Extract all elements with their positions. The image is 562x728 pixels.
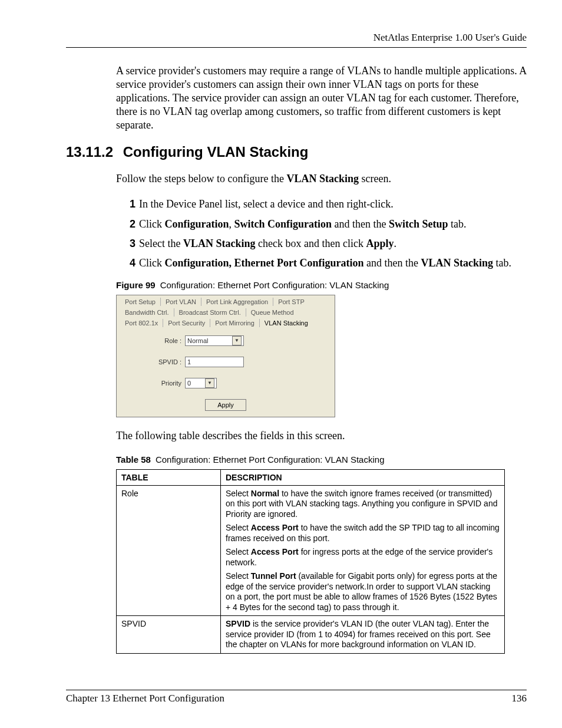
table-cell-label: Role [117, 485, 221, 616]
table-cell-desc: Select Normal to have the switch ignore … [221, 485, 505, 616]
step-item: 4Click Configuration, Ethernet Port Conf… [130, 256, 527, 270]
tab-port-mirroring[interactable]: Port Mirroring [210, 319, 260, 327]
tab-port-link-aggregation[interactable]: Port Link Aggregation [201, 298, 273, 306]
table-header: DESCRIPTION [221, 469, 505, 485]
table-row: RoleSelect Normal to have the switch ign… [117, 485, 505, 616]
tab-broadcast-storm-ctrl-[interactable]: Broadcast Storm Ctrl. [174, 308, 246, 317]
tab-port-vlan[interactable]: Port VLAN [161, 298, 201, 306]
footer-left: Chapter 13 Ethernet Port Configuration [66, 693, 224, 704]
table-cell-label: SPVID [117, 616, 221, 654]
step-list: 1In the Device Panel list, select a devi… [66, 197, 527, 271]
running-header: NetAtlas Enterprise 1.00 User's Guide [66, 32, 527, 44]
tab-bandwidth-ctrl-[interactable]: Bandwidth Ctrl. [120, 308, 174, 317]
tab-port-802-1x[interactable]: Port 802.1x [120, 319, 163, 327]
tab-port-security[interactable]: Port Security [163, 319, 210, 327]
section-lead: Follow the steps below to configure the … [66, 172, 527, 186]
table-row: SPVIDSPVID is the service provider's VLA… [117, 616, 505, 654]
tab-vlan-stacking[interactable]: VLAN Stacking [260, 319, 313, 327]
tab-queue-method[interactable]: Queue Method [246, 308, 299, 317]
step-item: 3Select the VLAN Stacking check box and … [130, 237, 527, 251]
tab-port-setup[interactable]: Port Setup [120, 298, 161, 306]
page-footer: Chapter 13 Ethernet Port Configuration 1… [66, 690, 527, 704]
step-number: 1 [130, 198, 135, 210]
after-shot-paragraph: The following table describes the fields… [66, 429, 527, 443]
chevron-down-icon[interactable]: ▼ [232, 336, 242, 345]
intro-paragraph: A service provider's customers may requi… [66, 64, 527, 132]
top-rule [66, 47, 527, 48]
section-title: Configuring VLAN Stacking [123, 144, 309, 160]
step-number: 4 [130, 257, 135, 269]
tabs-row-3: Port 802.1xPort SecurityPort MirroringVL… [117, 317, 335, 327]
section-heading: 13.11.2 Configuring VLAN Stacking [66, 144, 527, 160]
table-cell-desc: SPVID is the service provider's VLAN ID … [221, 616, 505, 654]
description-table: TABLE DESCRIPTION RoleSelect Normal to h… [116, 469, 505, 654]
tab-port-stp[interactable]: Port STP [273, 298, 309, 306]
chevron-down-icon[interactable]: ▼ [205, 378, 214, 388]
tabs-row-2: Bandwidth Ctrl.Broadcast Storm Ctrl.Queu… [117, 306, 335, 317]
step-number: 3 [130, 238, 135, 249]
table-caption: Table 58Configuration: Ethernet Port Con… [116, 454, 527, 465]
screenshot-panel: Port SetupPort VLANPort Link Aggregation… [116, 295, 335, 417]
figure-caption: Figure 99Configuration: Ethernet Port Co… [116, 280, 527, 290]
table-header: TABLE [117, 469, 221, 485]
step-item: 2Click Configuration, Switch Configurati… [130, 218, 527, 231]
step-item: 1In the Device Panel list, select a devi… [130, 197, 527, 211]
footer-right: 136 [512, 693, 527, 704]
role-combo[interactable]: Normal ▼ [185, 335, 244, 346]
spvid-input[interactable]: 1 [185, 357, 244, 367]
section-number: 13.11.2 [66, 144, 113, 160]
step-number: 2 [130, 218, 135, 230]
bottom-rule [66, 690, 527, 690]
tabs-row-1: Port SetupPort VLANPort Link Aggregation… [117, 295, 335, 306]
spvid-label: SPVID : [123, 358, 185, 365]
apply-button[interactable]: Apply [205, 399, 246, 411]
role-label: Role : [123, 337, 185, 344]
priority-combo[interactable]: 0 ▼ [185, 378, 217, 388]
priority-label: Priority [123, 380, 185, 387]
